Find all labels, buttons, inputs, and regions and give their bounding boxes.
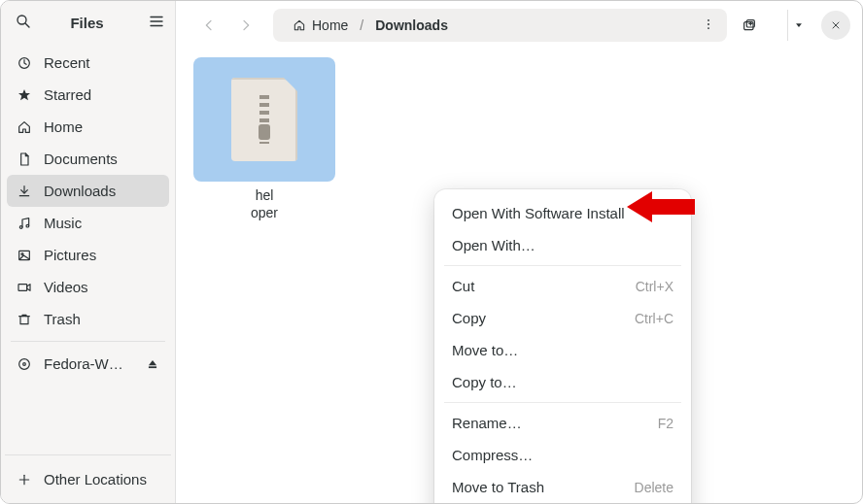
toolbar: Home / Downloads <box>176 1 862 50</box>
svg-point-21 <box>708 18 709 20</box>
sidebar-item-home[interactable]: Home <box>7 111 169 143</box>
trash-icon <box>17 312 32 327</box>
document-icon <box>17 151 32 167</box>
path-segment-home[interactable]: Home <box>287 14 354 37</box>
plus-icon <box>17 472 32 487</box>
sidebar-item-volume[interactable]: Fedora-W… <box>7 348 169 380</box>
menu-separator <box>444 265 681 266</box>
sidebar-item-videos[interactable]: Videos <box>7 271 169 303</box>
sidebar-item-pictures[interactable]: Pictures <box>7 239 169 271</box>
menu-move-to-trash[interactable]: Move to TrashDelete <box>434 471 691 503</box>
path-bar[interactable]: Home / Downloads <box>273 9 727 42</box>
eject-icon[interactable] <box>146 357 159 371</box>
video-icon <box>17 280 32 295</box>
back-button[interactable] <box>195 12 223 39</box>
svg-point-15 <box>19 358 30 369</box>
view-mode-button[interactable] <box>772 10 810 41</box>
svg-point-0 <box>17 16 26 24</box>
home-icon <box>17 119 32 135</box>
sidebar-separator <box>11 341 165 342</box>
hamburger-icon[interactable] <box>148 13 165 33</box>
path-separator: / <box>360 17 363 33</box>
file-item[interactable]: hel oper <box>193 57 335 221</box>
file-thumbnail <box>193 57 335 182</box>
svg-marker-6 <box>18 89 30 100</box>
sidebar-item-other-locations[interactable]: Other Locations <box>7 463 169 495</box>
svg-line-1 <box>25 23 29 27</box>
svg-marker-17 <box>149 359 156 364</box>
list-view-icon[interactable] <box>772 17 787 33</box>
sidebar-header: Files <box>1 5 175 43</box>
path-more-icon[interactable] <box>696 14 721 38</box>
svg-marker-37 <box>627 191 695 222</box>
sidebar-separator <box>5 454 171 455</box>
new-tab-button[interactable] <box>733 9 766 42</box>
sidebar-item-music[interactable]: Music <box>7 207 169 239</box>
file-view[interactable]: hel oper Open With Software Install Open… <box>176 50 862 503</box>
picture-icon <box>17 248 32 263</box>
context-menu: Open With Software Install Open With… Cu… <box>434 189 691 504</box>
menu-copy[interactable]: CopyCtrl+C <box>434 302 691 334</box>
search-icon[interactable] <box>15 13 32 33</box>
sidebar-item-trash[interactable]: Trash <box>7 303 169 335</box>
app-title: Files <box>36 15 138 31</box>
disc-icon <box>17 356 32 372</box>
sidebar: Files Recent Starred Home Documents <box>1 1 176 503</box>
home-icon <box>293 18 306 32</box>
close-button[interactable] <box>821 11 850 40</box>
music-icon <box>17 216 32 231</box>
menu-compress[interactable]: Compress… <box>434 439 691 471</box>
sidebar-item-downloads[interactable]: Downloads <box>7 175 169 207</box>
star-icon <box>17 87 32 103</box>
main-area: Home / Downloads <box>176 1 862 503</box>
view-options-dropdown[interactable] <box>787 10 810 41</box>
sidebar-item-recent[interactable]: Recent <box>7 47 169 79</box>
path-segment-current[interactable]: Downloads <box>369 14 454 37</box>
svg-point-16 <box>23 362 26 365</box>
svg-rect-18 <box>149 366 156 368</box>
sidebar-item-starred[interactable]: Starred <box>7 79 169 111</box>
svg-point-9 <box>19 225 22 228</box>
menu-cut[interactable]: CutCtrl+X <box>434 270 691 302</box>
annotation-arrow <box>627 189 695 224</box>
forward-button[interactable] <box>232 12 259 39</box>
download-icon <box>17 184 32 199</box>
menu-copy-to[interactable]: Copy to… <box>434 366 691 398</box>
svg-point-22 <box>708 23 709 25</box>
menu-rename[interactable]: Rename…F2 <box>434 407 691 439</box>
svg-marker-34 <box>796 23 802 27</box>
menu-separator <box>444 402 681 403</box>
file-name: hel oper <box>193 187 335 221</box>
menu-move-to[interactable]: Move to… <box>434 334 691 366</box>
svg-point-10 <box>26 224 29 227</box>
svg-point-23 <box>708 27 709 29</box>
svg-rect-13 <box>18 284 27 290</box>
clock-icon <box>17 55 32 71</box>
archive-icon <box>231 78 297 161</box>
svg-point-12 <box>21 252 23 254</box>
sidebar-item-documents[interactable]: Documents <box>7 143 169 175</box>
menu-open-with[interactable]: Open With… <box>434 229 691 261</box>
